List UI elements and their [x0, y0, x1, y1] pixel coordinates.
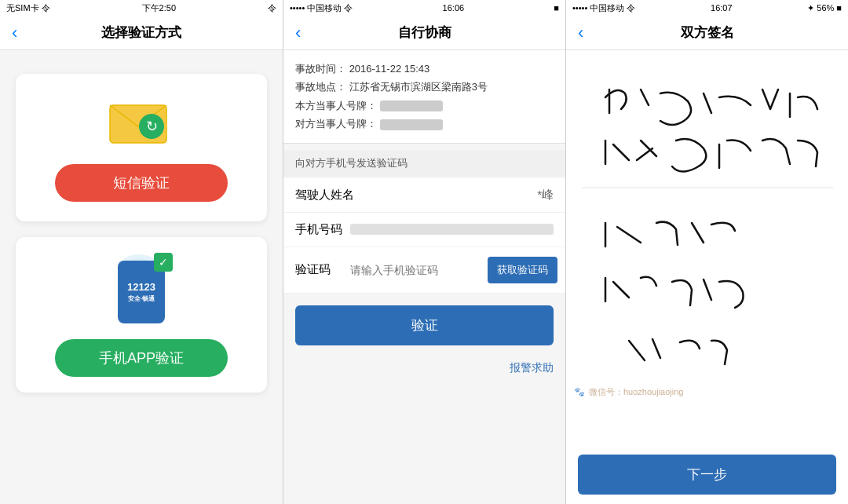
svg-text:↻: ↻ [146, 119, 158, 134]
phone-mock: 12123 安全·畅通 ✓ [118, 261, 165, 323]
signature-top [605, 89, 817, 172]
verify-button[interactable]: 验证 [295, 305, 554, 345]
panel2-content: 事故时间： 2016-11-22 15:43 事故地点： 江苏省无锡市滨湖区梁南… [283, 50, 565, 504]
phone-value-blur [350, 224, 554, 235]
signature-area[interactable] [566, 50, 848, 435]
code-input[interactable] [350, 264, 488, 276]
carrier-label: 无SIM卡 令 [6, 2, 50, 14]
driver-name-label: 驾驶人姓名 [295, 188, 354, 203]
our-plate: 本方当事人号牌： [295, 97, 554, 115]
status-bar-panel3: ••••• 中国移动 令 16:07 ✦ 56% ■ [565, 0, 848, 16]
accident-time: 事故时间： 2016-11-22 15:43 [295, 60, 554, 78]
back-button-panel3[interactable]: ‹ [578, 23, 583, 43]
panel1-header: ‹ 选择验证方式 [0, 16, 283, 50]
app-button[interactable]: 手机APP验证 [55, 339, 228, 377]
driver-name-row: 驾驶人姓名 *峰 [283, 178, 565, 213]
signature-bottom [605, 222, 744, 364]
envelope-icon: ↻ [106, 93, 177, 148]
panel3-content: 🐾 微信号：huozhoujiaojing [566, 50, 848, 445]
panel-self-negotiation: ‹ 自行协商 事故时间： 2016-11-22 15:43 事故地点： 江苏省无… [283, 16, 565, 504]
back-button-panel1[interactable]: ‹ [12, 23, 17, 43]
time-label-3: 16:07 [711, 3, 733, 13]
time-label-1: 下午2:50 [142, 2, 176, 14]
battery-panel2: ■ [554, 3, 559, 13]
panel-dual-signature: ‹ 双方签名 [565, 16, 848, 504]
app-card: 12123 安全·畅通 ✓ 手机APP验证 [16, 237, 267, 393]
panel-verification-method: ‹ 选择验证方式 ↻ 短信验证 [0, 16, 283, 504]
report-help-link[interactable]: 报警求助 [283, 357, 565, 383]
watermark-icon: 🐾 [574, 387, 585, 397]
app-name-label: 12123 [127, 281, 155, 294]
app-illustration: 12123 安全·畅通 ✓ [118, 253, 165, 323]
our-plate-value [380, 100, 443, 111]
accident-info: 事故时间： 2016-11-22 15:43 事故地点： 江苏省无锡市滨湖区梁南… [283, 50, 565, 144]
status-bar-panel1: 无SIM卡 令 下午2:50 令 [0, 0, 283, 16]
panel2-header: ‹ 自行协商 [283, 16, 565, 50]
panel2-title: 自行协商 [398, 24, 451, 42]
accident-location: 事故地点： 江苏省无锡市滨湖区梁南路3号 [295, 78, 554, 96]
watermark-text: 微信号：huozhoujiaojing [589, 386, 683, 398]
get-code-button[interactable]: 获取验证码 [488, 257, 557, 283]
battery-panel3: ✦ 56% ■ [807, 3, 842, 13]
back-button-panel2[interactable]: ‹ [295, 23, 301, 43]
send-code-section-label: 向对方手机号发送验证码 [283, 150, 565, 177]
status-bar-panel2: ••••• 中国移动 令 16:06 ■ [283, 0, 565, 16]
signal-panel2: ••••• 中国移动 令 [290, 2, 353, 14]
their-plate-value [380, 119, 443, 130]
panel1-content: ↻ 短信验证 1212 [0, 50, 283, 504]
sms-card: ↻ 短信验证 [16, 74, 267, 221]
their-plate: 对方当事人号牌： [295, 115, 554, 133]
phone-row: 手机号码 [283, 213, 565, 247]
driver-name-value: *峰 [354, 188, 554, 203]
next-button[interactable]: 下一步 [578, 455, 836, 495]
panel3-title: 双方签名 [681, 24, 734, 42]
panel1-title: 选择验证方式 [101, 24, 181, 42]
panel3-header: ‹ 双方签名 [566, 16, 848, 50]
signal-panel3: ••••• 中国移动 令 [572, 2, 635, 14]
code-label: 验证码 [295, 262, 350, 277]
sms-button[interactable]: 短信验证 [55, 164, 228, 202]
wifi-icon: 令 [268, 2, 276, 14]
check-badge: ✓ [154, 253, 173, 272]
time-label-2: 16:06 [443, 3, 465, 13]
watermark: 🐾 微信号：huozhoujiaojing [574, 386, 683, 398]
phone-label: 手机号码 [295, 222, 350, 237]
app-subtitle: 安全·畅通 [128, 294, 155, 303]
code-row[interactable]: 验证码 获取验证码 [283, 247, 565, 294]
